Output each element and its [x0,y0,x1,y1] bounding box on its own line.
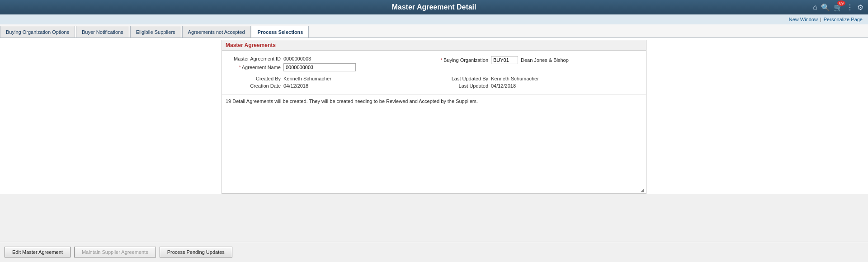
main-content: Master Agreements Master Agreement ID 00… [0,38,868,194]
section-header-master-agreements: Master Agreements [222,40,646,51]
agreement-name-row: Agreement Name [226,62,434,72]
master-agreement-id-row: Master Agreement ID 0000000003 [226,55,434,62]
last-updated-by-value: Kenneth Schumacher [491,76,539,81]
master-agreements-form: Master Agreement ID 0000000003 Agreement… [222,51,646,94]
tabs-bar: Buying Organization Options Buyer Notifi… [0,24,868,38]
message-box: 19 Detail Agreements will be created. Th… [222,94,646,194]
form-right: Buying Organization Dean Jones & Bishop [434,55,642,72]
buying-org-name: Dean Jones & Bishop [521,57,569,63]
process-pending-updates-button[interactable]: Process Pending Updates [160,247,232,257]
created-by-row: Created By Kenneth Schumacher Creation D… [226,75,434,89]
page-title: Master Agreement Detail [392,3,476,11]
buying-org-row: Buying Organization Dean Jones & Bishop [434,55,642,65]
last-updated-label: Last Updated [434,83,488,89]
tab-process-selections[interactable]: Process Selections [252,26,309,37]
header-icons: ⌂ 🔍 🛒 69 ⋮ ⚙ [813,3,863,12]
creation-date-value: 04/12/2018 [283,83,308,89]
cart-container[interactable]: 🛒 69 [834,3,843,12]
master-agreement-id-value: 0000000003 [283,56,311,61]
personalize-page-link[interactable]: Personalize Page [824,17,863,22]
new-window-link[interactable]: New Window [789,17,818,22]
creation-date-label: Creation Date [226,83,281,89]
master-agreement-id-label: Master Agreement ID [226,56,281,61]
tab-agreements-not-accepted[interactable]: Agreements not Accepted [182,26,251,37]
created-by-label: Created By [226,76,281,81]
created-by-value: Kenneth Schumacher [283,76,331,81]
message-text: 19 Detail Agreements will be created. Th… [226,98,478,104]
footer-buttons: Edit Master Agreement Maintain Supplier … [0,242,868,262]
buying-org-input[interactable] [491,56,518,64]
resize-handle[interactable]: ◢ [641,188,645,192]
form-left: Master Agreement ID 0000000003 Agreement… [226,55,434,72]
tab-process-selections-label: Process Selections [258,29,303,35]
tab-agreements-not-accepted-label: Agreements not Accepted [188,29,245,35]
settings-icon[interactable]: ⚙ [857,3,863,12]
tab-eligible-suppliers[interactable]: Eligibile Suppliers [130,26,181,37]
cart-badge: 69 [837,0,845,6]
top-links-bar: New Window | Personalize Page [0,14,868,24]
tab-buying-org[interactable]: Buying Organization Options [0,26,75,37]
last-updated-by-label: Last Updated By [434,76,488,81]
edit-master-agreement-button[interactable]: Edit Master Agreement [5,247,71,257]
buying-org-label: Buying Organization [434,57,488,63]
agreement-name-input[interactable] [283,63,356,71]
tab-buying-org-label: Buying Organization Options [6,29,69,35]
last-updated-section: Last Updated By Kenneth Schumacher Last … [434,75,642,89]
agreement-name-label: Agreement Name [226,65,281,70]
link-separator: | [820,17,821,22]
more-icon[interactable]: ⋮ [846,3,854,12]
section-title: Master Agreements [226,42,276,48]
tab-eligible-suppliers-label: Eligibile Suppliers [136,29,175,35]
app-header: Master Agreement Detail ⌂ 🔍 🛒 69 ⋮ ⚙ [0,0,868,14]
tab-buyer-notifications[interactable]: Buyer Notifications [76,26,129,37]
home-icon[interactable]: ⌂ [813,3,817,11]
tab-buyer-notifications-label: Buyer Notifications [82,29,123,35]
last-updated-value: 04/12/2018 [491,83,516,89]
search-icon[interactable]: 🔍 [821,3,830,12]
maintain-supplier-agreements-button[interactable]: Maintain Supplier Agreements [74,247,156,257]
